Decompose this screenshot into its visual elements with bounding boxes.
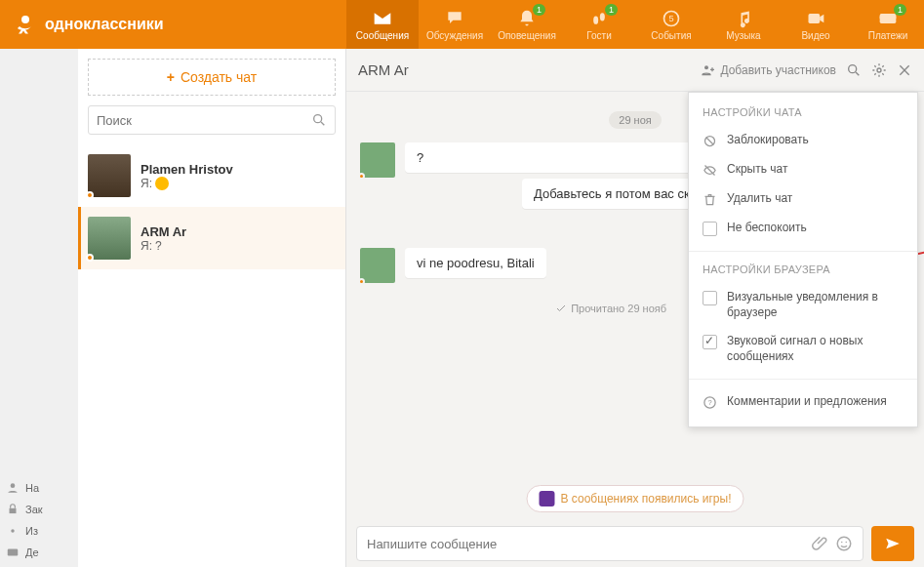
- checkbox-icon: [703, 291, 717, 305]
- help-icon: ?: [703, 395, 717, 410]
- brand-logo[interactable]: одноклассники: [0, 13, 178, 36]
- section-title: НАСТРОЙКИ ЧАТА: [689, 102, 917, 126]
- avatar: [88, 154, 131, 197]
- chat-name: Plamen Hristov: [141, 162, 233, 177]
- svg-point-8: [11, 483, 16, 488]
- read-status: Прочитано 29 нояб: [360, 303, 666, 314]
- separator: [689, 379, 917, 380]
- gear-icon[interactable]: [871, 62, 887, 78]
- game-icon: [539, 491, 554, 506]
- checkbox-icon: [703, 222, 717, 236]
- main-nav: Сообщения Обсуждения 1 Оповещения 1 Гост…: [346, 0, 924, 49]
- svg-point-1: [593, 16, 598, 23]
- nav-discussions[interactable]: Обсуждения: [419, 0, 491, 49]
- search-icon[interactable]: [846, 62, 862, 78]
- chat-entry[interactable]: ARM Ar Я: ?: [78, 207, 345, 269]
- chat-name: ARM Ar: [141, 224, 186, 239]
- chat-entry[interactable]: Plamen Hristov Я:: [78, 144, 345, 207]
- top-navbar: одноклассники Сообщения Обсуждения 1 Опо…: [0, 0, 924, 49]
- create-chat-button[interactable]: +Создать чат: [88, 59, 336, 96]
- music-icon: [733, 9, 754, 28]
- block-icon: [703, 134, 717, 148]
- svg-rect-9: [10, 508, 17, 513]
- person-icon: [6, 481, 20, 495]
- check-icon: [555, 303, 567, 314]
- ok-logo-icon: [14, 13, 37, 36]
- attach-icon[interactable]: [812, 535, 829, 552]
- chat-title: ARM Ar: [358, 61, 701, 78]
- svg-point-12: [314, 115, 322, 123]
- svg-text:5: 5: [668, 14, 673, 23]
- svg-rect-11: [8, 549, 19, 556]
- svg-point-2: [600, 13, 605, 20]
- chat-last: Я:: [141, 177, 233, 190]
- smile-icon[interactable]: [835, 535, 853, 552]
- add-participants-button[interactable]: Добавить участников: [701, 62, 836, 78]
- composer: [346, 520, 924, 567]
- compose-box[interactable]: [356, 526, 864, 561]
- svg-point-10: [11, 529, 15, 533]
- nav-events[interactable]: 5 События: [635, 0, 707, 49]
- settings-hide[interactable]: Скрыть чат: [689, 155, 917, 184]
- brand-text: одноклассники: [45, 16, 164, 33]
- send-button[interactable]: [871, 526, 914, 561]
- settings-sound[interactable]: Звуковой сигнал о новых сообщениях: [689, 327, 917, 371]
- left-item[interactable]: Де: [6, 546, 72, 559]
- left-item[interactable]: Зак: [6, 503, 72, 516]
- plus-icon: +: [167, 69, 175, 85]
- trash-icon: [703, 192, 717, 207]
- nav-video[interactable]: Видео: [780, 0, 852, 49]
- svg-point-18: [837, 537, 851, 550]
- add-people-icon: [701, 62, 716, 78]
- checkbox-checked-icon: [703, 335, 717, 349]
- emoji-icon: [155, 177, 169, 190]
- avatar[interactable]: [360, 248, 395, 283]
- close-icon[interactable]: [897, 62, 912, 78]
- search-input[interactable]: [97, 113, 311, 128]
- settings-feedback[interactable]: ?Комментарии и предложения: [689, 387, 917, 417]
- message-input[interactable]: [367, 537, 806, 551]
- send-icon: [883, 535, 903, 552]
- separator: [689, 251, 917, 252]
- left-item[interactable]: На: [6, 481, 72, 495]
- left-item[interactable]: Из: [6, 524, 72, 538]
- nav-messages[interactable]: Сообщения: [346, 0, 419, 49]
- chat-list-panel: +Создать чат Plamen Hristov Я: ARM Ar Я:…: [78, 49, 346, 567]
- nav-notifications[interactable]: 1 Оповещения: [491, 0, 563, 49]
- message-bubble: vi ne poodresu, Bitali: [405, 248, 546, 278]
- date-separator: 29 ноя: [609, 111, 661, 129]
- svg-point-20: [846, 542, 848, 544]
- nav-guests[interactable]: 1 Гости: [563, 0, 635, 49]
- wallet-icon: [6, 546, 20, 559]
- svg-rect-7: [880, 16, 897, 19]
- envelope-icon: [372, 9, 393, 28]
- chat-view: ARM Ar Добавить участников 29 ноя ? Доба…: [346, 49, 924, 567]
- left-sidebar: На Зак Из Де: [0, 49, 78, 567]
- svg-point-14: [849, 64, 857, 72]
- search-icon: [311, 112, 327, 128]
- nav-music[interactable]: Музыка: [707, 0, 780, 49]
- chat-search[interactable]: [88, 105, 336, 135]
- nav-payments[interactable]: 1 Платежи: [852, 0, 924, 49]
- settings-icon: [6, 524, 20, 538]
- chat-last: Я: ?: [141, 239, 186, 253]
- settings-visual[interactable]: Визуальные уведомления в браузере: [689, 283, 917, 327]
- svg-point-19: [841, 542, 843, 544]
- five-icon: 5: [661, 9, 682, 28]
- section-title: НАСТРОЙКИ БРАУЗЕРА: [689, 260, 917, 283]
- avatar: [88, 217, 131, 260]
- settings-delete[interactable]: Удалить чат: [689, 184, 917, 214]
- svg-point-0: [21, 16, 29, 23]
- settings-block[interactable]: Заблокировать: [689, 126, 917, 155]
- games-banner[interactable]: В сообщениях появились игры!: [526, 485, 743, 512]
- settings-dnd[interactable]: Не беспокоить: [689, 214, 917, 243]
- eye-off-icon: [703, 163, 717, 178]
- svg-point-13: [704, 65, 708, 69]
- avatar[interactable]: [360, 142, 395, 178]
- chat-icon: [444, 9, 465, 28]
- message-bubble: ?: [405, 142, 717, 173]
- svg-rect-5: [809, 14, 821, 23]
- chat-header: ARM Ar Добавить участников: [346, 49, 924, 92]
- chat-settings-popover: НАСТРОЙКИ ЧАТА Заблокировать Скрыть чат …: [688, 92, 918, 427]
- svg-point-15: [877, 68, 881, 72]
